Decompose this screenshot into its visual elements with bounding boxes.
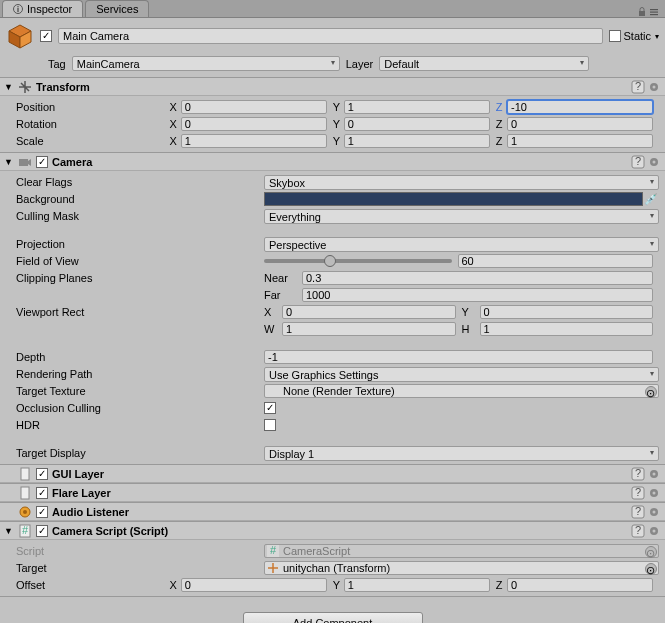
help-icon[interactable]: ? (631, 505, 645, 519)
depth-input[interactable] (264, 350, 653, 364)
gameobject-name-input[interactable] (58, 28, 603, 44)
clear-flags-label: Clear Flags (6, 176, 264, 188)
gear-icon[interactable] (647, 524, 661, 538)
help-icon[interactable]: ? (631, 80, 645, 94)
component-enable-checkbox[interactable] (36, 468, 48, 480)
position-label: Position (6, 101, 170, 113)
gear-icon[interactable] (647, 486, 661, 500)
rotation-x-input[interactable] (181, 117, 327, 131)
scale-x-input[interactable] (181, 134, 327, 148)
svg-text:?: ? (635, 505, 641, 517)
tag-dropdown[interactable]: MainCamera (72, 56, 340, 71)
occlusion-culling-checkbox[interactable] (264, 402, 276, 414)
static-dropdown-arrow[interactable]: ▾ (653, 32, 659, 41)
background-color-field[interactable] (264, 192, 643, 206)
transform-icon (18, 80, 32, 94)
offset-z-input[interactable] (507, 578, 653, 592)
gear-icon[interactable] (647, 505, 661, 519)
viewport-rect-label: Viewport Rect (6, 306, 264, 318)
svg-marker-15 (28, 159, 31, 166)
gear-icon[interactable] (647, 467, 661, 481)
menu-icon[interactable] (649, 7, 659, 17)
rendering-path-dropdown[interactable]: Use Graphics Settings (264, 367, 659, 382)
component-title: Transform (36, 81, 627, 93)
viewport-y-input[interactable] (480, 305, 654, 319)
svg-rect-20 (21, 468, 29, 480)
script-icon: # (18, 524, 32, 538)
target-field[interactable]: unitychan (Transform) ⊙ (264, 561, 659, 575)
component-enable-checkbox[interactable] (36, 487, 48, 499)
foldout-toggle[interactable]: ▼ (4, 82, 14, 92)
target-texture-field[interactable]: None (Render Texture) ⊙ (264, 384, 659, 398)
foldout-toggle[interactable]: ▼ (4, 157, 14, 167)
help-icon[interactable]: ? (631, 524, 645, 538)
component-flare-layer: ▼ Flare Layer ? (0, 483, 665, 502)
viewport-w-input[interactable] (282, 322, 456, 336)
help-icon[interactable]: ? (631, 155, 645, 169)
add-component-button[interactable]: Add Component (243, 612, 423, 623)
scale-y-input[interactable] (344, 134, 490, 148)
gear-icon[interactable] (647, 155, 661, 169)
component-title: Camera (52, 156, 627, 168)
help-icon[interactable]: ? (631, 486, 645, 500)
fov-input[interactable] (458, 254, 654, 268)
static-checkbox[interactable] (609, 30, 621, 42)
scale-z-input[interactable] (507, 134, 653, 148)
projection-dropdown[interactable]: Perspective (264, 237, 659, 252)
svg-rect-4 (650, 9, 658, 10)
viewport-h-input[interactable] (480, 322, 654, 336)
culling-mask-label: Culling Mask (6, 210, 264, 222)
fov-slider[interactable] (264, 259, 452, 263)
component-enable-checkbox[interactable] (36, 156, 48, 168)
camera-icon (18, 155, 32, 169)
eyedropper-icon[interactable]: 💉 (643, 193, 659, 206)
svg-point-35 (653, 510, 656, 513)
background-label: Background (6, 193, 264, 205)
component-enable-checkbox[interactable] (36, 525, 48, 537)
component-enable-checkbox[interactable] (36, 506, 48, 518)
svg-rect-25 (21, 487, 29, 499)
active-checkbox[interactable] (40, 30, 52, 42)
svg-point-13 (653, 85, 656, 88)
svg-text:#: # (22, 524, 29, 536)
svg-point-31 (23, 510, 27, 514)
layer-dropdown[interactable]: Default (379, 56, 589, 71)
position-y-input[interactable] (344, 100, 490, 114)
gear-icon[interactable] (647, 80, 661, 94)
offset-label: Offset (6, 579, 170, 591)
rotation-z-input[interactable] (507, 117, 653, 131)
lock-icon[interactable] (637, 7, 647, 17)
hdr-checkbox[interactable] (264, 419, 276, 431)
offset-y-input[interactable] (344, 578, 490, 592)
svg-point-24 (653, 472, 656, 475)
csharp-icon: # (267, 545, 279, 557)
object-picker-icon[interactable]: ⊙ (645, 563, 657, 575)
foldout-toggle[interactable]: ▼ (4, 526, 14, 536)
viewport-x-input[interactable] (282, 305, 456, 319)
rotation-y-input[interactable] (344, 117, 490, 131)
object-picker-icon[interactable]: ⊙ (645, 386, 657, 398)
far-clip-input[interactable] (302, 288, 653, 302)
component-title: Flare Layer (52, 487, 627, 499)
component-audio-listener: ▼ Audio Listener ? (0, 502, 665, 521)
position-x-input[interactable] (181, 100, 327, 114)
component-title: Camera Script (Script) (52, 525, 627, 537)
component-camera-script: ▼ # Camera Script (Script) ? Script # Ca… (0, 521, 665, 596)
offset-x-input[interactable] (181, 578, 327, 592)
clear-flags-dropdown[interactable]: Skybox (264, 175, 659, 190)
rotation-label: Rotation (6, 118, 170, 130)
svg-rect-3 (639, 11, 645, 16)
svg-text:?: ? (635, 155, 641, 167)
near-clip-input[interactable] (302, 271, 653, 285)
target-display-dropdown[interactable]: Display 1 (264, 446, 659, 461)
gameobject-header: Static ▾ (0, 18, 665, 54)
help-icon[interactable]: ? (631, 467, 645, 481)
fov-label: Field of View (6, 255, 264, 267)
tab-inspector[interactable]: Inspector (2, 0, 83, 17)
tab-services[interactable]: Services (85, 0, 149, 17)
script-label: Script (6, 545, 264, 557)
culling-mask-dropdown[interactable]: Everything (264, 209, 659, 224)
position-z-input[interactable] (507, 100, 653, 114)
layer-label: Layer (346, 58, 374, 70)
audio-icon (18, 505, 32, 519)
